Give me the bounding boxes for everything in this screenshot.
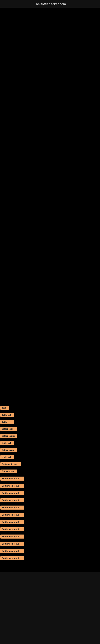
bottleneck-badge-2[interactable]: Bottleneck: [0, 413, 14, 417]
bottleneck-row-17: Bottleneck result: [0, 518, 100, 526]
bottleneck-badge-13[interactable]: Bottleneck result: [0, 491, 24, 495]
bottleneck-row-14: Bottleneck result: [0, 497, 100, 504]
bottleneck-row-20: Bottleneck result: [0, 540, 100, 548]
bottleneck-row-10: Bottleneck re: [0, 468, 100, 475]
divider-line-1: [1, 382, 2, 388]
bottleneck-badge-15[interactable]: Bottleneck result: [0, 506, 24, 510]
bottleneck-badge-3[interactable]: Bottlen: [0, 420, 14, 424]
bottleneck-row-4: Bottleneck r: [0, 426, 100, 432]
bottleneck-badge-22[interactable]: Bottleneck result: [0, 556, 24, 560]
bottleneck-row-11: Bottleneck result: [0, 475, 100, 482]
bottleneck-badge-21[interactable]: Bottleneck result: [0, 549, 24, 553]
divider-line-2: [1, 396, 2, 403]
bottleneck-badge-6[interactable]: Bottleneck: [0, 441, 14, 445]
bottleneck-row-7: Bottleneck re: [0, 446, 100, 454]
bottleneck-row-16: Bottleneck result: [0, 511, 100, 518]
bottleneck-badge-19[interactable]: Bottleneck result: [0, 534, 24, 538]
bottleneck-badge-20[interactable]: Bottleneck result: [0, 542, 24, 546]
bottleneck-badge-10[interactable]: Bottleneck re: [0, 470, 17, 473]
bottleneck-row-18: Bottleneck result: [0, 526, 100, 533]
bottleneck-badge-11[interactable]: Bottleneck result: [0, 476, 24, 480]
bottom-padding: [0, 562, 100, 572]
bottleneck-row-2: Bottleneck: [0, 411, 100, 418]
bottleneck-row-8: Bottleneck: [0, 454, 100, 461]
bottleneck-row-22: Bottleneck result: [0, 555, 100, 562]
bottleneck-row-9: Bottleneck resu: [0, 461, 100, 468]
bottleneck-row-5: Bottleneck res: [0, 432, 100, 440]
site-title: TheBottlenecker.com: [0, 0, 100, 8]
bottleneck-badge-1[interactable]: Bottl: [0, 406, 9, 410]
bottleneck-badge-7[interactable]: Bottleneck re: [0, 448, 17, 452]
bottleneck-badge-14[interactable]: Bottleneck result: [0, 498, 24, 502]
bottleneck-row-12: Bottleneck result: [0, 482, 100, 490]
divider-section-1: [0, 380, 100, 390]
bottleneck-badge-4[interactable]: Bottleneck r: [0, 427, 17, 431]
bottleneck-row-21: Bottleneck result: [0, 548, 100, 555]
bottleneck-badge-12[interactable]: Bottleneck result: [0, 484, 24, 488]
bottleneck-badge-5[interactable]: Bottleneck res: [0, 434, 17, 438]
bottleneck-row-13: Bottleneck result: [0, 490, 100, 497]
bottleneck-badge-18[interactable]: Bottleneck result: [0, 527, 24, 531]
page-container: TheBottlenecker.com Bottl Bottleneck Bot…: [0, 0, 100, 644]
bottleneck-badge-17[interactable]: Bottleneck result: [0, 520, 24, 524]
bottleneck-row-15: Bottleneck result: [0, 504, 100, 511]
bottleneck-row-6: Bottleneck: [0, 440, 100, 446]
bottleneck-row-1: Bottl: [0, 404, 100, 411]
bottleneck-badge-8[interactable]: Bottleneck: [0, 455, 14, 459]
bottleneck-row-19: Bottleneck result: [0, 533, 100, 540]
divider-section-2: [0, 394, 100, 404]
bottleneck-badge-16[interactable]: Bottleneck result: [0, 513, 24, 517]
bottleneck-badge-9[interactable]: Bottleneck resu: [0, 462, 21, 466]
spacer-1: [0, 390, 100, 394]
bottleneck-row-3: Bottlen: [0, 418, 100, 426]
main-chart-area: [0, 8, 100, 380]
